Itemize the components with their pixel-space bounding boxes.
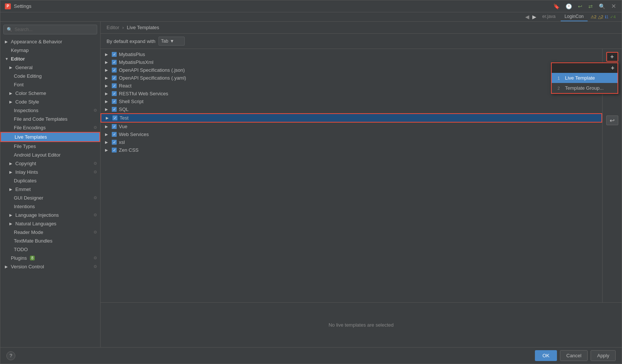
- sidebar-item-gui-designer[interactable]: GUI Designer ⚙: [0, 194, 100, 202]
- apply-button[interactable]: Apply: [591, 350, 616, 361]
- group-checkbox[interactable]: ✓: [112, 124, 117, 129]
- translate-icon[interactable]: ⇄: [587, 3, 594, 10]
- arrow-icon: ▶: [105, 92, 110, 96]
- template-group-webservices[interactable]: ▶ ✓ Web Services: [101, 130, 602, 138]
- sidebar-item-code-style[interactable]: ▶ Code Style: [0, 98, 100, 106]
- sidebar-item-font[interactable]: Font: [0, 80, 100, 89]
- dropdown-arrow: ▼: [170, 38, 174, 44]
- group-checkbox[interactable]: ✓: [112, 140, 117, 145]
- template-group-openapi-json[interactable]: ▶ ✓ OpenAPI Specifications (.json): [101, 66, 602, 74]
- sidebar-item-label: Code Style: [15, 99, 39, 105]
- settings-window: P Settings 🔖 🕐 ↩ ⇄ 🔍 ✕ ◀ ▶ er.java Login…: [0, 0, 622, 364]
- template-group-sql[interactable]: ▶ ✓ SQL: [101, 105, 602, 113]
- close-button[interactable]: ✕: [610, 3, 617, 10]
- ok-button[interactable]: OK: [535, 350, 557, 361]
- arrow-icon: ▶: [105, 148, 110, 152]
- footer-buttons: OK Cancel Apply: [535, 350, 616, 361]
- sidebar-item-editor[interactable]: ▼ Editor: [0, 55, 100, 63]
- settings-icon: ⚙: [93, 256, 97, 260]
- sidebar-item-plugins[interactable]: Plugins 8 ⚙: [0, 254, 100, 262]
- search-icon[interactable]: 🔍: [597, 3, 607, 10]
- sidebar-item-label: File and Code Templates: [14, 116, 68, 122]
- help-button[interactable]: ?: [6, 351, 15, 360]
- template-group-vue[interactable]: ▶ ✓ Vue: [101, 123, 602, 130]
- arrow-icon: ▶: [105, 132, 110, 136]
- template-group-test[interactable]: ▶ ✓ Test: [101, 113, 602, 123]
- sidebar-item-file-types[interactable]: File Types: [0, 142, 100, 151]
- sidebar-item-keymap[interactable]: Keymap: [0, 46, 100, 55]
- sidebar-item-code-editing[interactable]: Code Editing: [0, 72, 100, 80]
- arrow-icon: ▶: [9, 91, 14, 95]
- plugins-badge: 8: [30, 256, 35, 260]
- sidebar-item-reader-mode[interactable]: Reader Mode ⚙: [0, 228, 100, 237]
- sidebar-item-inspections[interactable]: Inspections ⚙: [0, 106, 100, 115]
- sidebar-item-appearance[interactable]: ▶ Appearance & Behavior: [0, 37, 100, 46]
- sidebar-item-label: Reader Mode: [14, 229, 43, 235]
- sidebar-item-todo[interactable]: TODO: [0, 245, 100, 254]
- sidebar-item-android-layout-editor[interactable]: Android Layout Editor: [0, 151, 100, 159]
- undo-icon[interactable]: ↩: [576, 3, 584, 10]
- group-label: OpenAPI Specifications (.json): [119, 67, 185, 73]
- sidebar-item-textmate-bundles[interactable]: TextMate Bundles: [0, 237, 100, 245]
- arrow-icon: ▶: [105, 107, 110, 111]
- sidebar-item-emmet[interactable]: ▶ Emmet: [0, 185, 100, 194]
- group-label: Zen CSS: [119, 147, 139, 153]
- group-checkbox[interactable]: ✓: [112, 75, 117, 80]
- sidebar-item-duplicates[interactable]: Duplicates: [0, 176, 100, 185]
- sidebar-item-intentions[interactable]: Intentions: [0, 202, 100, 211]
- tab-login[interactable]: LoginCon: [561, 12, 587, 21]
- item-number: 1: [558, 76, 562, 80]
- arrow-icon: ▶: [105, 60, 110, 64]
- undo-button[interactable]: ↩: [606, 115, 618, 125]
- add-button[interactable]: +: [606, 52, 618, 62]
- sidebar-item-color-scheme[interactable]: ▶ Color Scheme: [0, 89, 100, 98]
- dropdown-item-template-group[interactable]: 2 Template Group...: [552, 83, 618, 93]
- group-checkbox[interactable]: ✓: [112, 99, 117, 104]
- sidebar-item-version-control[interactable]: ▶ Version Control ⚙: [0, 262, 100, 271]
- sidebar-item-label: Android Layout Editor: [14, 152, 61, 158]
- settings-icon: ⚙: [93, 213, 97, 218]
- group-checkbox[interactable]: ✓: [112, 83, 117, 88]
- history-icon[interactable]: 🕐: [564, 3, 573, 10]
- template-group-restful[interactable]: ▶ ✓ RESTful Web Services: [101, 90, 602, 98]
- nav-back-button[interactable]: ◀: [524, 13, 530, 21]
- group-checkbox[interactable]: ✓: [112, 52, 117, 57]
- group-checkbox[interactable]: ✓: [112, 132, 117, 137]
- group-checkbox[interactable]: ✓: [113, 115, 117, 120]
- add-dropdown: + 1 Live Template 2 Template Group...: [551, 62, 618, 94]
- template-group-shell[interactable]: ▶ ✓ Shell Script: [101, 98, 602, 105]
- template-group-mybatisplus[interactable]: ▶ ✓ MybatisPlus: [101, 50, 602, 58]
- sidebar-item-inlay-hints[interactable]: ▶ Inlay Hints ⚙: [0, 168, 100, 176]
- group-checkbox[interactable]: ✓: [112, 60, 117, 65]
- template-group-zencss[interactable]: ▶ ✓ Zen CSS: [101, 146, 602, 154]
- sidebar-item-live-templates[interactable]: Live Templates: [0, 132, 100, 142]
- sidebar-item-language-injections[interactable]: ▶ Language Injections ⚙: [0, 211, 100, 219]
- dropdown-item-live-template[interactable]: 1 Live Template: [552, 73, 618, 83]
- nav-forward-button[interactable]: ▶: [532, 13, 537, 21]
- template-group-openapi-yaml[interactable]: ▶ ✓ OpenAPI Specifications (.yaml): [101, 74, 602, 82]
- sidebar-item-file-encodings[interactable]: File Encodings ⚙: [0, 123, 100, 132]
- group-checkbox[interactable]: ✓: [112, 107, 117, 112]
- tab-java[interactable]: er.java: [539, 12, 559, 21]
- item-number: 2: [558, 86, 562, 90]
- template-group-xsl[interactable]: ▶ ✓ xsl: [101, 138, 602, 146]
- cancel-button[interactable]: Cancel: [560, 350, 588, 361]
- arrow-icon: ▼: [5, 57, 9, 61]
- group-label: Test: [120, 115, 129, 121]
- sidebar-item-natural-languages[interactable]: ▶ Natural Languages: [0, 219, 100, 228]
- group-label: Shell Script: [119, 99, 144, 104]
- settings-icon: ⚙: [93, 108, 97, 113]
- expand-dropdown[interactable]: Tab ▼: [158, 37, 185, 46]
- template-group-mybatisplusxml[interactable]: ▶ ✓ MybatisPlusXml: [101, 58, 602, 66]
- settings-icon: ⚙: [93, 170, 97, 175]
- template-group-react[interactable]: ▶ ✓ React: [101, 82, 602, 90]
- group-checkbox[interactable]: ✓: [112, 148, 117, 152]
- group-label: MybatisPlusXml: [119, 59, 153, 65]
- sidebar-item-file-code-templates[interactable]: File and Code Templates: [0, 115, 100, 123]
- group-checkbox[interactable]: ✓: [112, 68, 117, 73]
- group-checkbox[interactable]: ✓: [112, 91, 117, 96]
- sidebar-item-copyright[interactable]: ▶ Copyright ⚙: [0, 159, 100, 168]
- search-box[interactable]: 🔍 Search...: [3, 25, 97, 34]
- sidebar-item-general[interactable]: ▶ General: [0, 63, 100, 72]
- bookmark-icon[interactable]: 🔖: [552, 3, 561, 10]
